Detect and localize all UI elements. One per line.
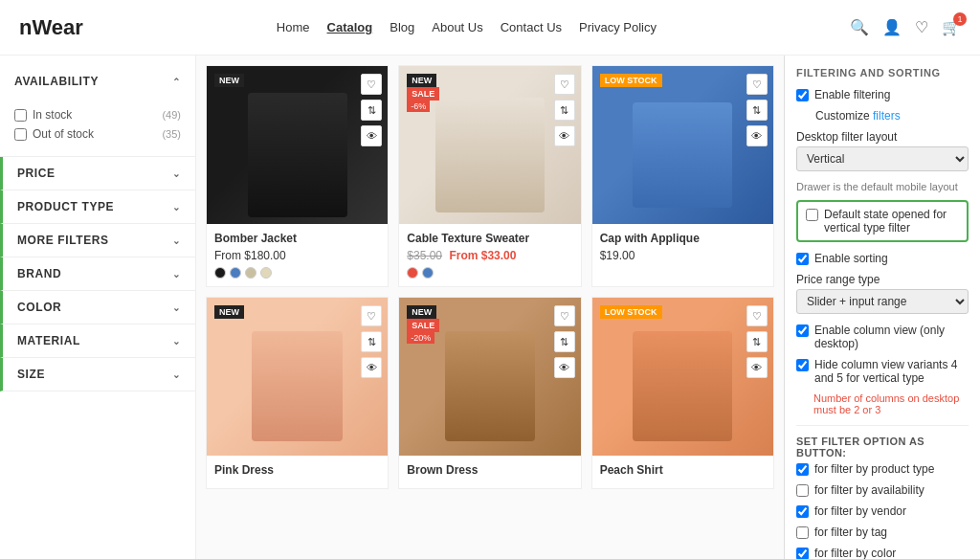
product-card-2[interactable]: NEW SALE -6% ♡ ⇅ 👁 Cable Texture Sweater… — [398, 65, 581, 287]
filter-item-instock: In stock (49) — [14, 108, 181, 122]
quickview-icon-6[interactable]: 👁 — [746, 357, 768, 378]
product-area: NEW ♡ ⇅ 👁 Bomber Jacket From $180.00 — [196, 56, 784, 559]
compare-icon-6[interactable]: ⇅ — [746, 331, 768, 352]
main-nav: Home Catalog Blog About Us Contact Us Pr… — [277, 20, 657, 34]
wishlist-button[interactable]: ♡ — [915, 18, 928, 36]
filter-header-availability[interactable]: AVAILABILITY ⌃ — [0, 65, 195, 98]
filter-btn-producttype-checkbox[interactable] — [796, 463, 809, 476]
chevron-down-icon-2: ⌄ — [172, 202, 181, 212]
enable-column-view-checkbox[interactable] — [796, 324, 809, 337]
filter-header-material[interactable]: MATERIAL ⌄ — [3, 324, 195, 357]
filter-section-brand: BRAND ⌄ — [0, 257, 195, 291]
hide-column-variants-checkbox[interactable] — [796, 359, 809, 371]
badge-lowstock-3: LOW STOCK — [600, 74, 662, 87]
filter-btn-tag-checkbox[interactable] — [796, 526, 809, 539]
swatch-1-3[interactable] — [245, 267, 256, 279]
price-range-select[interactable]: Slider + input range Slider only Input r… — [796, 289, 969, 314]
compare-icon-5[interactable]: ⇅ — [554, 331, 575, 352]
quickview-icon-3[interactable]: 👁 — [746, 125, 768, 146]
quickview-icon-4[interactable]: 👁 — [361, 357, 382, 378]
wishlist-icon-3[interactable]: ♡ — [746, 74, 768, 95]
filter-section-material: MATERIAL ⌄ — [0, 324, 195, 358]
filters-link[interactable]: filters — [873, 109, 901, 123]
product-card-4[interactable]: NEW ♡ ⇅ 👁 Pink Dress — [206, 297, 389, 489]
badge-lowstock-6: LOW STOCK — [600, 305, 662, 319]
price-range-row: Price range type Slider + input range Sl… — [796, 273, 969, 314]
swatch-2-1[interactable] — [407, 267, 418, 279]
badge-sale-2: SALE — [407, 87, 439, 101]
product-card-6[interactable]: LOW STOCK ♡ ⇅ 👁 Peach Shirt — [591, 297, 774, 489]
card-actions-1: ♡ ⇅ 👁 — [361, 74, 382, 146]
filter-header-price[interactable]: PRICE ⌄ — [3, 157, 195, 190]
filter-btn-vendor-checkbox[interactable] — [796, 505, 809, 518]
instock-count: (49) — [162, 109, 181, 121]
wishlist-icon-4[interactable]: ♡ — [361, 305, 382, 326]
wishlist-icon-6[interactable]: ♡ — [746, 305, 768, 326]
logo: nWear — [19, 15, 83, 40]
filter-btn-color-checkbox[interactable] — [796, 548, 809, 559]
wishlist-icon-2[interactable]: ♡ — [554, 74, 575, 95]
swatch-2-2[interactable] — [422, 267, 434, 279]
filter-header-morefilters[interactable]: MORE FILTERS ⌄ — [3, 224, 195, 257]
nav-privacy[interactable]: Privacy Policy — [579, 20, 657, 34]
nav-contact[interactable]: Contact Us — [501, 20, 562, 34]
filter-header-size[interactable]: SIZE ⌄ — [3, 358, 195, 391]
quickview-icon-1[interactable]: 👁 — [361, 125, 382, 146]
compare-icon-1[interactable]: ⇅ — [361, 100, 382, 121]
product-card-5[interactable]: NEW SALE -20% ♡ ⇅ 👁 Brown Dress — [398, 297, 581, 489]
product-card-3[interactable]: LOW STOCK ♡ ⇅ 👁 Cap with Applique $19.00 — [591, 65, 774, 287]
nav-catalog[interactable]: Catalog — [327, 20, 373, 34]
badge-new-2: NEW — [407, 74, 436, 87]
discount-5: -20% — [407, 332, 434, 344]
filter-header-producttype[interactable]: PRODUCT TYPE ⌄ — [3, 190, 195, 223]
account-button[interactable]: 👤 — [882, 18, 902, 36]
nav-blog[interactable]: Blog — [390, 20, 414, 34]
product-name-2: Cable Texture Sweater — [407, 232, 572, 245]
enable-sorting-checkbox[interactable] — [796, 253, 809, 265]
set-filter-button-title: SET FILTER OPTION AS BUTTON: — [796, 436, 969, 458]
filter-content-availability: In stock (49) Out of stock (35) — [0, 98, 195, 156]
search-button[interactable]: 🔍 — [850, 18, 869, 36]
header-icons: 🔍 👤 ♡ 🛒1 — [850, 18, 961, 36]
compare-icon-3[interactable]: ⇅ — [746, 100, 768, 121]
cart-button[interactable]: 🛒1 — [942, 18, 961, 36]
desktop-filter-layout-label: Desktop filter layout — [796, 130, 969, 144]
original-price-2: $35.00 — [407, 249, 442, 262]
swatch-1-2[interactable] — [230, 267, 241, 279]
header: nWear Home Catalog Blog About Us Contact… — [0, 0, 980, 56]
wishlist-icon-1[interactable]: ♡ — [361, 74, 382, 95]
desktop-filter-layout-select[interactable]: Vertical Horizontal — [796, 146, 969, 171]
filter-header-brand[interactable]: BRAND ⌄ — [3, 257, 195, 290]
filter-btn-vendor: for filter by vendor — [796, 504, 969, 518]
nav-home[interactable]: Home — [277, 20, 310, 34]
nav-about[interactable]: About Us — [432, 20, 482, 34]
chevron-up-icon: ⌃ — [172, 77, 181, 87]
enable-filtering-checkbox[interactable] — [796, 89, 809, 101]
card-actions-3: ♡ ⇅ 👁 — [746, 74, 768, 146]
swatch-1-1[interactable] — [214, 267, 226, 279]
filter-section-producttype: PRODUCT TYPE ⌄ — [0, 190, 195, 224]
chevron-down-icon-3: ⌄ — [172, 235, 181, 246]
divider-1 — [796, 425, 969, 426]
filter-header-color[interactable]: COLOR ⌄ — [3, 291, 195, 324]
quickview-icon-5[interactable]: 👁 — [554, 357, 575, 378]
filter-btn-availability: for filter by availability — [796, 483, 969, 497]
color-swatches-2 — [407, 267, 572, 279]
chevron-down-icon-6: ⌄ — [172, 336, 181, 347]
product-card-1[interactable]: NEW ♡ ⇅ 👁 Bomber Jacket From $180.00 — [206, 65, 389, 287]
product-image-4: NEW ♡ ⇅ 👁 — [207, 298, 388, 456]
filter-btn-availability-checkbox[interactable] — [796, 484, 809, 497]
cart-badge: 1 — [953, 12, 967, 26]
compare-icon-2[interactable]: ⇅ — [554, 100, 575, 121]
filter-section-availability: AVAILABILITY ⌃ In stock (49) Out of stoc… — [0, 65, 195, 157]
default-state-checkbox[interactable] — [806, 209, 818, 221]
sale-price-2: From $33.00 — [449, 249, 516, 262]
chevron-down-icon-7: ⌄ — [172, 369, 181, 380]
swatch-1-4[interactable] — [260, 267, 272, 279]
card-actions-4: ♡ ⇅ 👁 — [361, 305, 382, 378]
wishlist-icon-5[interactable]: ♡ — [554, 305, 575, 326]
outofstock-checkbox[interactable] — [14, 128, 27, 141]
quickview-icon-2[interactable]: 👁 — [554, 125, 575, 146]
compare-icon-4[interactable]: ⇅ — [361, 331, 382, 352]
instock-checkbox[interactable] — [14, 109, 27, 122]
